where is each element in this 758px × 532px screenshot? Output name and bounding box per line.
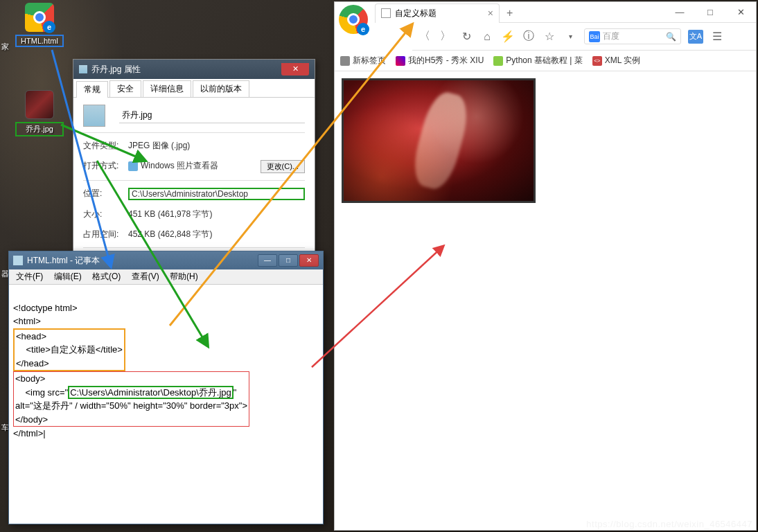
tab-title: 自定义标题 [395, 8, 437, 19]
desktop-icon-jpg-file[interactable]: 乔丹.jpg [15, 90, 64, 136]
filetype-label: 文件类型: [83, 140, 128, 152]
menu-help[interactable]: 帮助(H) [166, 270, 202, 283]
html-file-label: HTML.html [15, 35, 64, 47]
location-value: C:\Users\Administrator\Desktop [128, 188, 305, 200]
menu-view[interactable]: 查看(V) [127, 270, 164, 283]
bookmark-python[interactable]: Python 基础教程 | 菜 [493, 55, 582, 66]
app-icon [128, 161, 138, 171]
filename-input[interactable]: 乔丹.jpg [119, 108, 305, 123]
close-button[interactable]: ✕ [299, 254, 319, 267]
maximize-button[interactable]: □ [695, 3, 725, 22]
browser-titlebar[interactable]: 自定义标题 × + — □ ✕ [375, 2, 756, 23]
desktop-label-home: 家 [1, 42, 9, 52]
tab-previous[interactable]: 以前的版本 [193, 80, 249, 97]
menu-edit[interactable]: 编辑(E) [50, 270, 86, 283]
close-button[interactable]: ✕ [725, 3, 756, 22]
jpg-file-label: 乔丹.jpg [15, 122, 64, 136]
tab-close-icon[interactable]: × [488, 8, 493, 19]
disk-label: 占用空间: [83, 229, 128, 240]
rendered-page-image [342, 78, 536, 203]
menu-file[interactable]: 文件(F) [12, 270, 47, 283]
size-label: 大小: [83, 209, 128, 220]
browser-viewport [335, 71, 756, 210]
info-icon[interactable]: ⓘ [522, 30, 536, 44]
menu-icon[interactable]: ☰ [710, 30, 724, 44]
forward-icon[interactable]: 〉 [439, 30, 452, 44]
browser-window: e 自定义标题 × + — □ ✕ 〈 [334, 1, 757, 531]
xml-icon: <> [592, 56, 602, 66]
new-tab-button[interactable]: + [500, 7, 520, 19]
home-icon[interactable]: ⌂ [480, 30, 494, 44]
notepad-window: HTML.html - 记事本 — □ ✕ 文件(F) 编辑(E) 格式(O) … [8, 251, 324, 524]
page-icon [340, 56, 350, 66]
minimize-button[interactable]: — [664, 3, 695, 22]
compat-icon[interactable]: ⚡ [501, 30, 515, 44]
notepad-icon [13, 256, 23, 265]
bookmarks-bar: 新标签页 我的H5秀 - 秀米 XIU Python 基础教程 | 菜 <>XM… [335, 51, 756, 71]
opens-label: 打开方式: [83, 160, 128, 173]
page-icon [381, 8, 391, 18]
desktop-icon-html-file[interactable]: e HTML.html [15, 3, 64, 47]
dropdown-icon[interactable]: ▾ [563, 30, 577, 44]
bookmark-h5[interactable]: 我的H5秀 - 秀米 XIU [396, 55, 484, 66]
size-value: 451 KB (461,978 字节) [128, 209, 305, 220]
watermark-text: https://blog.csdn.net/weixin_46546447 [586, 519, 752, 529]
notepad-title: HTML.html - 记事本 [27, 255, 100, 267]
properties-tabs: 常规 安全 详细信息 以前的版本 [73, 79, 315, 98]
jpg-thumbnail-icon [25, 90, 54, 119]
notepad-menubar: 文件(F) 编辑(E) 格式(O) 查看(V) 帮助(H) [9, 269, 323, 285]
notepad-titlebar[interactable]: HTML.html - 记事本 — □ ✕ [9, 251, 323, 269]
translate-icon[interactable]: 文A [688, 30, 703, 44]
bookmark-new-tab[interactable]: 新标签页 [340, 55, 386, 66]
tab-details[interactable]: 详细信息 [143, 80, 191, 97]
back-icon[interactable]: 〈 [418, 30, 432, 44]
properties-titlebar[interactable]: 乔丹.jpg 属性 ✕ [73, 60, 315, 79]
reload-icon[interactable]: ↻ [459, 30, 473, 44]
star-icon[interactable]: ☆ [543, 30, 556, 44]
location-label: 位置: [83, 188, 128, 200]
search-placeholder: 百度 [603, 30, 619, 42]
filetype-value: JPEG 图像 (.jpg) [128, 140, 305, 152]
properties-title: 乔丹.jpg 属性 [91, 64, 141, 76]
bookmark-xml[interactable]: <>XML 实例 [592, 55, 641, 66]
search-icon[interactable]: 🔍 [666, 32, 676, 42]
change-button[interactable]: 更改(C)... [261, 160, 305, 173]
browser-tab[interactable]: 自定义标题 × [375, 3, 500, 23]
maximize-button[interactable]: □ [279, 254, 298, 267]
disk-value: 452 KB (462,848 字节) [128, 229, 305, 240]
chrome-icon: e [25, 3, 54, 32]
baidu-icon: Bai [589, 31, 600, 42]
xiumi-icon [396, 56, 405, 66]
browser-logo: e [339, 5, 371, 37]
file-icon [79, 65, 87, 73]
close-button[interactable]: ✕ [281, 63, 309, 76]
file-type-icon [83, 105, 105, 127]
minimize-button[interactable]: — [258, 254, 277, 267]
notepad-text-area[interactable]: <!doctype html><html><head> <title>自定义标题… [9, 285, 323, 443]
runoob-icon [493, 56, 503, 66]
browser-toolbar: 〈 〉 ↻ ⌂ ⚡ ⓘ ☆ ▾ Bai 百度 🔍 文A ☰ [412, 23, 756, 51]
menu-format[interactable]: 格式(O) [88, 270, 125, 283]
tab-general[interactable]: 常规 [76, 81, 108, 98]
search-input[interactable]: Bai 百度 🔍 [584, 28, 681, 44]
edge-badge-icon: e [43, 21, 55, 33]
opens-value: Windows 照片查看器 [128, 160, 261, 173]
tab-security[interactable]: 安全 [109, 80, 141, 97]
